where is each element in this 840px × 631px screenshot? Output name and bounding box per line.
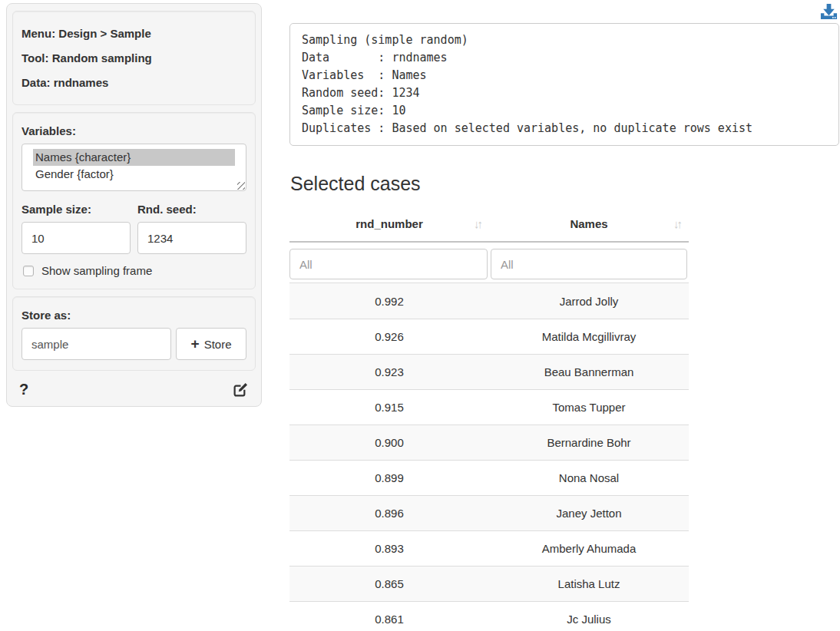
store-button-label: Store <box>204 338 232 351</box>
context-panel: Menu: Design > Sample Tool: Random sampl… <box>12 11 256 105</box>
cell-rnd-number: 0.896 <box>289 507 489 520</box>
controls-panel: Variables: Names {character}Gender {fact… <box>12 112 256 289</box>
table-filter-row <box>289 243 689 283</box>
table-row: 0.865Latisha Lutz <box>289 566 689 601</box>
variable-option[interactable]: Names {character} <box>33 149 235 166</box>
cell-name: Latisha Lutz <box>489 577 689 590</box>
column-header-names[interactable]: Names ↓↑ <box>489 217 689 230</box>
summary-line: Data : rndnames <box>302 49 827 67</box>
table-row: 0.926Matilda Mcgillivray <box>289 319 689 354</box>
cell-rnd-number: 0.923 <box>289 365 489 378</box>
filter-input-rnd-number[interactable] <box>289 249 488 279</box>
sample-size-input[interactable] <box>21 222 131 254</box>
plus-icon: + <box>191 336 200 351</box>
cell-rnd-number: 0.926 <box>289 330 489 343</box>
sidebar: Menu: Design > Sample Tool: Random sampl… <box>6 3 262 407</box>
summary-line: Random seed: 1234 <box>302 84 827 102</box>
cell-name: Amberly Ahumada <box>489 542 689 555</box>
tool-name: Tool: Random sampling <box>21 50 246 66</box>
cell-name: Jarrod Jolly <box>489 295 689 308</box>
column-header-rnd-number[interactable]: rnd_number ↓↑ <box>289 217 489 230</box>
cell-name: Janey Jetton <box>489 507 689 520</box>
sort-icon[interactable]: ↓↑ <box>673 217 680 230</box>
selected-cases-heading: Selected cases <box>290 173 839 195</box>
show-sampling-frame-label[interactable]: Show sampling frame <box>41 264 152 277</box>
cell-name: Jc Julius <box>489 613 689 626</box>
help-icon[interactable]: ? <box>19 381 28 398</box>
cell-rnd-number: 0.900 <box>289 436 489 449</box>
table-header-row: rnd_number ↓↑ Names ↓↑ <box>289 207 689 243</box>
cell-rnd-number: 0.992 <box>289 295 489 308</box>
store-as-input[interactable] <box>21 328 171 360</box>
table-row: 0.893Amberly Ahumada <box>289 530 689 566</box>
summary-line: Variables : Names <box>302 67 827 84</box>
variables-label: Variables: <box>21 124 246 137</box>
store-panel: Store as: + Store <box>12 296 256 371</box>
cell-rnd-number: 0.861 <box>289 613 489 626</box>
cell-rnd-number: 0.893 <box>289 542 489 555</box>
resize-handle[interactable] <box>237 182 245 190</box>
cell-name: Matilda Mcgillivray <box>489 330 689 343</box>
cell-rnd-number: 0.915 <box>289 401 489 414</box>
sample-size-label: Sample size: <box>21 203 131 216</box>
table-row: 0.900Bernardine Bohr <box>289 425 689 460</box>
store-button[interactable]: + Store <box>176 328 246 360</box>
main-area: Sampling (simple random)Data : rndnamesV… <box>289 0 839 631</box>
table-row: 0.923Beau Bannerman <box>289 354 689 389</box>
cell-rnd-number: 0.865 <box>289 577 489 590</box>
variables-listbox[interactable]: Names {character}Gender {factor} <box>21 144 246 191</box>
filter-input-names[interactable] <box>491 249 687 279</box>
summary-line: Duplicates : Based on selected variables… <box>302 120 827 137</box>
summary-line: Sample size: 10 <box>302 102 827 120</box>
table-row: 0.861Jc Julius <box>289 601 689 631</box>
summary-output: Sampling (simple random)Data : rndnamesV… <box>289 23 839 146</box>
sort-icon[interactable]: ↓↑ <box>474 217 481 230</box>
store-as-label: Store as: <box>21 309 246 322</box>
cell-name: Beau Bannerman <box>489 365 689 378</box>
table-body: 0.992Jarrod Jolly0.926Matilda Mcgillivra… <box>289 283 689 631</box>
dataset-name: Data: rndnames <box>21 74 246 91</box>
table-row: 0.992Jarrod Jolly <box>289 283 689 319</box>
edit-icon[interactable] <box>233 382 249 398</box>
summary-line: Sampling (simple random) <box>302 31 827 49</box>
cell-name: Nona Nosal <box>489 471 689 484</box>
cell-name: Tomas Tupper <box>489 401 689 414</box>
menu-breadcrumb: Menu: Design > Sample <box>21 25 246 41</box>
table-row: 0.915Tomas Tupper <box>289 389 689 425</box>
show-sampling-frame-checkbox[interactable] <box>23 266 34 276</box>
selected-cases-table: rnd_number ↓↑ Names ↓↑ 0.992Jarrod Jolly… <box>289 207 689 631</box>
table-row: 0.899Nona Nosal <box>289 460 689 495</box>
table-row: 0.896Janey Jetton <box>289 495 689 530</box>
rnd-seed-input[interactable] <box>137 222 246 254</box>
cell-rnd-number: 0.899 <box>289 471 489 484</box>
rnd-seed-label: Rnd. seed: <box>137 203 246 216</box>
variable-option[interactable]: Gender {factor} <box>33 166 235 183</box>
download-icon[interactable] <box>820 3 838 21</box>
cell-name: Bernardine Bohr <box>489 436 689 449</box>
